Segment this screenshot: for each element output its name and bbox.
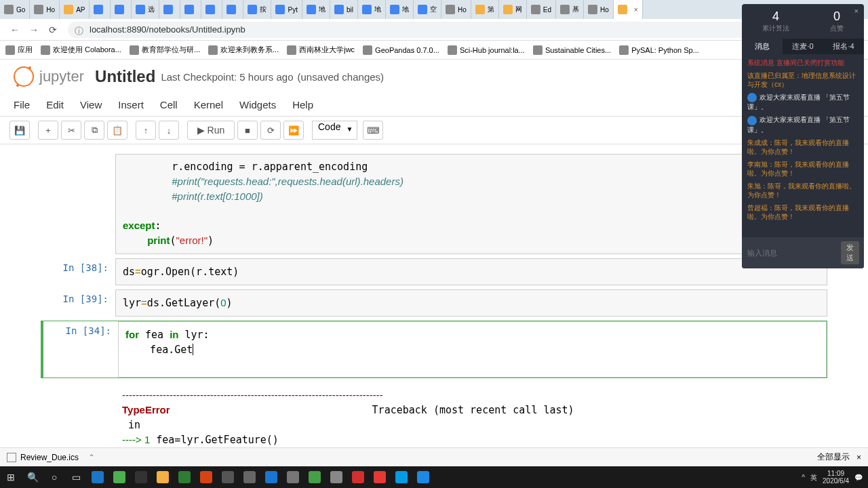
browser-tab[interactable]: Ho xyxy=(30,0,60,19)
bookmark-item[interactable]: 欢迎使用 Colabora... xyxy=(41,45,121,55)
move-down-button[interactable]: ↓ xyxy=(159,121,179,140)
tray-icon[interactable]: ^ xyxy=(802,474,805,481)
close-downloads-button[interactable]: × xyxy=(856,453,861,462)
taskbar-app[interactable] xyxy=(174,466,195,488)
browser-tab[interactable]: 选 xyxy=(132,0,159,19)
taskbar-app[interactable] xyxy=(108,466,130,488)
restart-button[interactable]: ⟳ xyxy=(260,121,281,140)
panel-send-button[interactable]: 发送 xyxy=(841,241,859,264)
panel-tab[interactable]: 消息 xyxy=(742,39,783,54)
cell-code[interactable]: lyr=ds.GetLayer(0) xyxy=(115,289,827,317)
browser-tab[interactable] xyxy=(111,0,132,19)
celltype-select[interactable]: Code xyxy=(312,121,357,140)
code-cell-38[interactable]: In [38]: ds=ogr.Open(r.text) xyxy=(41,258,827,285)
browser-tab[interactable]: 第 xyxy=(471,0,499,19)
browser-tab[interactable] xyxy=(201,0,222,19)
menu-help[interactable]: Help xyxy=(292,99,313,110)
browser-tab[interactable] xyxy=(159,0,180,19)
bookmark-item[interactable]: 教育部学位与研... xyxy=(130,45,200,55)
browser-tab[interactable]: 空 xyxy=(414,0,441,19)
taskbar-app[interactable] xyxy=(260,466,282,488)
taskbar-app[interactable] xyxy=(217,466,239,488)
taskbar-app[interactable] xyxy=(412,466,434,488)
menu-edit[interactable]: Edit xyxy=(46,99,64,110)
notifications-icon[interactable]: 💬 xyxy=(854,474,863,481)
browser-tab[interactable]: 地 xyxy=(386,0,414,19)
browser-tab[interactable] xyxy=(222,0,243,19)
browser-tab[interactable]: Ed xyxy=(527,0,556,19)
menu-widgets[interactable]: Widgets xyxy=(239,99,276,110)
reload-button[interactable]: ⟳ xyxy=(46,23,60,37)
copy-cell-button[interactable]: ⧉ xyxy=(84,121,104,140)
bookmark-item[interactable]: 应用 xyxy=(5,45,33,55)
run-button[interactable]: ▶ Run xyxy=(187,121,235,140)
paste-cell-button[interactable]: 📋 xyxy=(107,121,127,140)
bookmark-item[interactable]: Sustainable Cities... xyxy=(533,45,611,55)
taskbar-app[interactable] xyxy=(304,466,326,488)
browser-tab[interactable]: 地 xyxy=(302,0,330,19)
menu-insert[interactable]: Insert xyxy=(118,99,144,110)
save-button[interactable]: 💾 xyxy=(9,121,30,140)
code-cell-34[interactable]: In [34]: for fea in lyr: fea.Get​ xyxy=(41,321,827,378)
bookmark-item[interactable]: Sci-Hub journal:la... xyxy=(448,45,525,55)
browser-tab[interactable]: Pyt xyxy=(271,0,302,19)
live-panel[interactable]: × 4累计算法 0点赞 消息连麦·0报名·4 系统消息 直播间已关闭打赏功能该直… xyxy=(742,4,864,268)
clock[interactable]: 11:09 2020/6/4 xyxy=(823,470,849,485)
browser-tab[interactable] xyxy=(90,0,111,19)
taskbar-app[interactable] xyxy=(239,466,260,488)
taskview-icon[interactable]: ▭ xyxy=(65,466,87,488)
panel-close-button[interactable]: × xyxy=(854,7,859,15)
menu-view[interactable]: View xyxy=(80,99,102,110)
browser-tab[interactable]: 地 xyxy=(358,0,386,19)
notebook-title[interactable]: Untitled xyxy=(95,67,155,86)
code-cell-39[interactable]: In [39]: lyr=ds.GetLayer(0) xyxy=(41,289,827,317)
forward-button[interactable]: → xyxy=(27,23,41,37)
browser-tab[interactable]: × xyxy=(614,0,643,19)
cell-code[interactable]: ds=ogr.Open(r.text) xyxy=(115,258,827,285)
browser-tab[interactable]: bil xyxy=(330,0,358,19)
bookmark-item[interactable]: 欢迎来到教务系... xyxy=(208,45,279,55)
taskbar-app[interactable] xyxy=(282,466,304,488)
panel-message-input[interactable] xyxy=(747,249,841,257)
move-up-button[interactable]: ↑ xyxy=(136,121,156,140)
browser-tab[interactable]: Ho xyxy=(441,0,471,19)
bookmark-item[interactable]: PySAL: Python Sp... xyxy=(619,45,699,55)
download-item[interactable]: Review_Due.ics ⌃ xyxy=(7,453,95,462)
show-all-downloads[interactable]: 全部显示 xyxy=(817,451,850,463)
browser-tab[interactable] xyxy=(180,0,201,19)
taskbar-app[interactable] xyxy=(369,466,391,488)
bookmark-item[interactable]: 西南林业大学jwc xyxy=(287,45,355,55)
cell-code[interactable]: for fea in lyr: fea.Get​ xyxy=(118,321,827,378)
browser-tab[interactable]: AP xyxy=(60,0,90,19)
browser-tab[interactable]: Go xyxy=(0,0,30,19)
browser-tab[interactable]: Ho xyxy=(584,0,614,19)
taskbar-app[interactable] xyxy=(130,466,152,488)
menu-kernel[interactable]: Kernel xyxy=(194,99,223,110)
bookmark-item[interactable]: GeoPandas 0.7.0... xyxy=(363,45,439,55)
browser-tab[interactable]: 基 xyxy=(556,0,584,19)
command-palette-button[interactable]: ⌨ xyxy=(363,121,383,140)
taskbar-app[interactable] xyxy=(152,466,174,488)
taskbar-app[interactable] xyxy=(195,466,217,488)
chevron-up-icon[interactable]: ⌃ xyxy=(88,453,95,462)
add-cell-button[interactable]: + xyxy=(38,121,58,140)
taskbar-app[interactable] xyxy=(391,466,412,488)
back-button[interactable]: ← xyxy=(8,23,22,37)
taskbar-app[interactable] xyxy=(347,466,369,488)
menu-cell[interactable]: Cell xyxy=(160,99,178,110)
code-cell-partial[interactable]: r.encoding = r.apparent_encoding #print(… xyxy=(41,154,827,254)
ime-indicator[interactable]: 英 xyxy=(810,474,817,481)
start-button[interactable]: ⊞ xyxy=(0,466,22,488)
cell-code[interactable]: r.encoding = r.apparent_encoding #print(… xyxy=(115,154,827,254)
taskbar-app[interactable] xyxy=(326,466,347,488)
jupyter-logo[interactable]: jupyter xyxy=(14,66,84,87)
restart-run-button[interactable]: ⏩ xyxy=(283,121,304,140)
search-button[interactable]: 🔍 xyxy=(22,466,43,488)
cortana-icon[interactable]: ○ xyxy=(43,466,65,488)
browser-tab[interactable]: 按 xyxy=(243,0,271,19)
browser-tab[interactable]: 网 xyxy=(499,0,527,19)
panel-tab[interactable]: 连麦·0 xyxy=(783,39,823,54)
stop-button[interactable]: ■ xyxy=(237,121,258,140)
url-input[interactable]: ⓘ localhost:8890/notebooks/Untitled.ipyn… xyxy=(68,22,819,38)
panel-tab[interactable]: 报名·4 xyxy=(823,39,864,54)
